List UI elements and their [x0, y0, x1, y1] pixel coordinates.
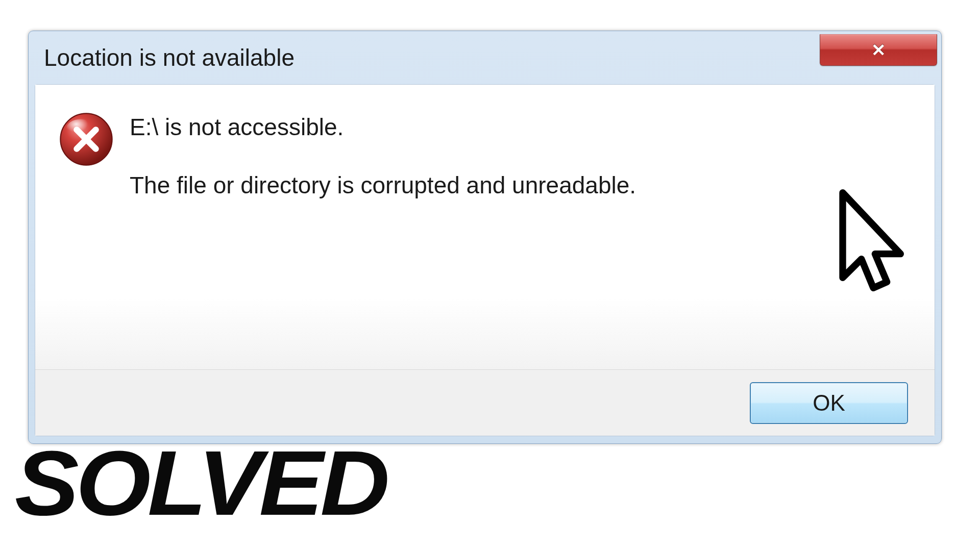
close-icon: ✕	[871, 40, 886, 60]
error-dialog: Location is not available ✕	[28, 31, 942, 444]
dialog-body: E:\ is not accessible. The file or direc…	[35, 84, 935, 436]
close-button[interactable]: ✕	[820, 34, 937, 66]
message-line-1: E:\ is not accessible.	[130, 113, 914, 141]
title-bar[interactable]: Location is not available ✕	[35, 37, 935, 78]
error-icon	[58, 111, 114, 167]
message-block: E:\ is not accessible. The file or direc…	[130, 110, 914, 354]
message-line-2: The file or directory is corrupted and u…	[130, 171, 914, 199]
dialog-title: Location is not available	[44, 44, 295, 71]
content-area: E:\ is not accessible. The file or direc…	[35, 85, 935, 369]
button-bar: OK	[35, 369, 935, 436]
solved-overlay-text: SOLVED	[15, 444, 387, 522]
ok-button[interactable]: OK	[750, 382, 908, 424]
